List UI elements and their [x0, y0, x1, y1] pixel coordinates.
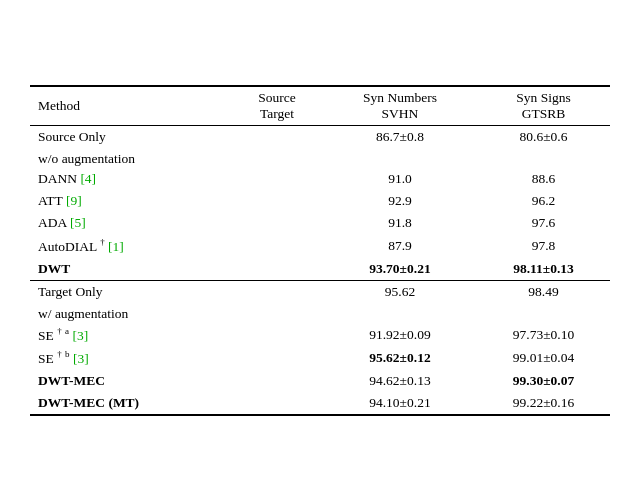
- source-target-cell: [231, 370, 323, 392]
- table-row: DWT-MEC (MT)94.10±0.2199.22±0.16: [30, 392, 610, 415]
- header-syn-numbers: Syn Numbers SVHN: [323, 86, 477, 126]
- svhn-cell: 94.62±0.13: [323, 370, 477, 392]
- header-method: Method: [30, 86, 231, 126]
- gtsrb-cell: 97.73±0.10: [477, 323, 610, 347]
- method-cell: Source Only: [30, 126, 231, 149]
- svhn-cell: 91.0: [323, 168, 477, 190]
- source-target-cell: [231, 126, 323, 149]
- gtsrb-cell: 99.01±0.04: [477, 346, 610, 370]
- svhn-cell: 91.8: [323, 212, 477, 234]
- gtsrb-cell: 99.30±0.07: [477, 370, 610, 392]
- results-table: Method Source Target Syn Numbers SVHN Sy…: [30, 85, 610, 416]
- method-cell: SE † a [3]: [30, 323, 231, 347]
- gtsrb-cell: 98.11±0.13: [477, 258, 610, 281]
- target-only-row: Target Only95.6298.49: [30, 280, 610, 303]
- source-target-cell: [231, 212, 323, 234]
- target-only-gtsrb: 98.49: [477, 280, 610, 303]
- svhn-cell: 93.70±0.21: [323, 258, 477, 281]
- method-cell: DANN [4]: [30, 168, 231, 190]
- table-row: ATT [9]92.996.2: [30, 190, 610, 212]
- svhn-cell: 92.9: [323, 190, 477, 212]
- method-cell: DWT-MEC (MT): [30, 392, 231, 415]
- svhn-cell: 91.92±0.09: [323, 323, 477, 347]
- section-label: w/ augmentation: [30, 303, 610, 323]
- gtsrb-cell: 96.2: [477, 190, 610, 212]
- table-row: DWT-MEC94.62±0.1399.30±0.07: [30, 370, 610, 392]
- method-cell: ATT [9]: [30, 190, 231, 212]
- table-row: AutoDIAL † [1]87.997.8: [30, 234, 610, 258]
- source-target-cell: [231, 346, 323, 370]
- gtsrb-cell: 88.6: [477, 168, 610, 190]
- target-only-svhn: 95.62: [323, 280, 477, 303]
- svhn-cell: 94.10±0.21: [323, 392, 477, 415]
- gtsrb-cell: 99.22±0.16: [477, 392, 610, 415]
- target-only-method: Target Only: [30, 280, 231, 303]
- source-target-cell: [231, 323, 323, 347]
- table-row: ADA [5]91.897.6: [30, 212, 610, 234]
- svhn-cell: 87.9: [323, 234, 477, 258]
- method-cell: SE † b [3]: [30, 346, 231, 370]
- section-label-row: w/ augmentation: [30, 303, 610, 323]
- table-container: Method Source Target Syn Numbers SVHN Sy…: [30, 85, 610, 416]
- gtsrb-cell: 80.6±0.6: [477, 126, 610, 149]
- source-target-cell: [231, 190, 323, 212]
- section-label: w/o augmentation: [30, 148, 610, 168]
- source-target-cell: [231, 234, 323, 258]
- header-source-target: Source Target: [231, 86, 323, 126]
- method-cell: DWT-MEC: [30, 370, 231, 392]
- svhn-cell: 95.62±0.12: [323, 346, 477, 370]
- gtsrb-cell: 97.6: [477, 212, 610, 234]
- table-row: DANN [4]91.088.6: [30, 168, 610, 190]
- source-target-cell: [231, 168, 323, 190]
- method-cell: AutoDIAL † [1]: [30, 234, 231, 258]
- source-target-cell: [231, 258, 323, 281]
- section-label-row: w/o augmentation: [30, 148, 610, 168]
- table-row: SE † b [3]95.62±0.1299.01±0.04: [30, 346, 610, 370]
- header-syn-signs: Syn Signs GTSRB: [477, 86, 610, 126]
- target-only-source-target: [231, 280, 323, 303]
- gtsrb-cell: 97.8: [477, 234, 610, 258]
- method-cell: ADA [5]: [30, 212, 231, 234]
- table-row: DWT93.70±0.2198.11±0.13: [30, 258, 610, 281]
- source-target-cell: [231, 392, 323, 415]
- method-cell: DWT: [30, 258, 231, 281]
- svhn-cell: 86.7±0.8: [323, 126, 477, 149]
- table-row: Source Only86.7±0.880.6±0.6: [30, 126, 610, 149]
- table-row: SE † a [3]91.92±0.0997.73±0.10: [30, 323, 610, 347]
